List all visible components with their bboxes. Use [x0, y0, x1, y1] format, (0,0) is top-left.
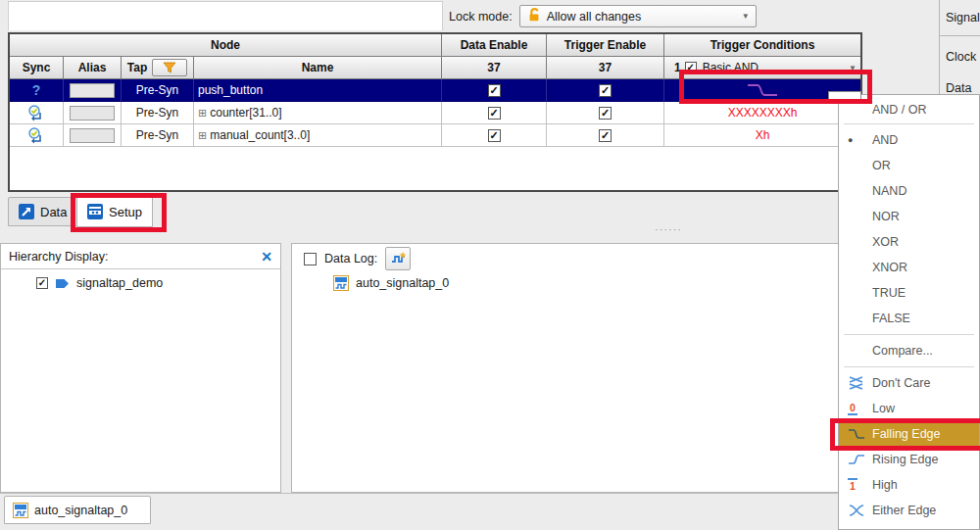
alias-cell[interactable]	[64, 102, 122, 124]
trigger-condition-cell[interactable]: Xh	[664, 124, 860, 147]
menu-item-false[interactable]: FALSE	[839, 306, 979, 331]
column-header-alias[interactable]: Alias	[64, 57, 122, 79]
data-log-checkbox[interactable]	[304, 253, 317, 265]
column-header-data-enable[interactable]: Data Enable	[442, 34, 547, 57]
sync-cell[interactable]: ?	[10, 79, 64, 102]
check-icon: ✓	[489, 130, 498, 141]
trigger-condition-value: XXXXXXXXh	[668, 106, 857, 120]
expand-icon[interactable]: ⊞	[198, 129, 207, 142]
column-header-sync[interactable]: Sync	[10, 57, 64, 79]
new-data-log-button[interactable]	[385, 247, 411, 270]
menu-item-compare[interactable]: Compare...	[839, 338, 979, 363]
instance-icon	[55, 278, 70, 289]
check-icon: ✓	[601, 85, 610, 96]
alias-cell[interactable]	[64, 124, 122, 147]
signaltap-window: Lock mode: Allow all changes ▼ Signal Co…	[0, 0, 980, 530]
column-header-trigger-conditions[interactable]: Trigger Conditions	[664, 34, 860, 57]
hierarchy-item-signaltap-demo[interactable]: ✓ signaltap_demo	[1, 269, 280, 290]
chevron-down-icon: ▼	[742, 12, 750, 21]
trigger-enable-cell[interactable]: ✓	[547, 102, 664, 124]
signaltap-instance-icon	[333, 275, 349, 291]
data-enable-checkbox[interactable]: ✓	[488, 84, 501, 97]
data-tab-icon	[19, 204, 34, 219]
sync-cell[interactable]	[10, 102, 64, 124]
menu-item-label: Rising Edge	[872, 453, 938, 466]
annotation-box-setup-tab	[71, 193, 167, 232]
data-enable-cell[interactable]: ✓	[442, 124, 547, 147]
column-header-tap[interactable]: Tap	[122, 57, 194, 79]
clock-label: Clock	[940, 46, 980, 68]
trigger-enable-checkbox[interactable]: ✓	[599, 129, 612, 142]
data-enable-checkbox[interactable]: ✓	[488, 129, 501, 142]
table-top-spacer	[8, 1, 443, 30]
tap-cell[interactable]: Pre-Syn	[122, 79, 194, 102]
menu-item-label: Don't Care	[872, 376, 930, 390]
menu-item-true[interactable]: TRUE	[839, 280, 979, 306]
tab-data[interactable]: Data	[8, 197, 77, 226]
menu-item-dont-care[interactable]: Don't Care	[839, 370, 979, 396]
sync-cell[interactable]	[10, 124, 64, 147]
instance-tab-bar: auto_signaltap_0	[0, 493, 980, 530]
close-icon[interactable]: ✕	[261, 249, 272, 265]
data-enable-cell[interactable]: ✓	[442, 79, 547, 102]
hierarchy-display-panel: Hierarchy Display: ✕ ✓ signaltap_demo	[0, 243, 281, 493]
menu-item-nand[interactable]: NAND	[839, 178, 979, 204]
hierarchy-display-header: Hierarchy Display: ✕	[1, 244, 280, 269]
tap-cell[interactable]: Pre-Syn	[122, 124, 194, 147]
name-cell[interactable]: push_button	[194, 79, 442, 102]
column-header-trigger-enable[interactable]: Trigger Enable	[547, 34, 664, 57]
menu-item-label: Low	[872, 402, 895, 415]
tap-header-label: Tap	[127, 61, 147, 74]
menu-item-label: High	[872, 478, 898, 492]
trigger-condition-cell[interactable]: XXXXXXXXh	[664, 102, 860, 124]
data-enable-checkbox[interactable]: ✓	[488, 107, 501, 120]
menu-item-either-edge[interactable]: Either Edge	[839, 498, 979, 523]
name-cell[interactable]: ⊞ manual_count[3..0]	[194, 124, 442, 147]
data-enable-count[interactable]: 37	[442, 57, 547, 79]
expand-icon[interactable]: ⊞	[198, 107, 207, 120]
menu-item-label: Either Edge	[872, 504, 936, 517]
check-icon: ✓	[489, 85, 498, 96]
column-header-name[interactable]: Name	[194, 57, 442, 79]
rising-edge-icon	[848, 453, 872, 466]
menu-item-nor[interactable]: NOR	[839, 204, 979, 229]
tab-auto-signaltap-0[interactable]: auto_signaltap_0	[4, 496, 151, 524]
menu-item-high[interactable]: 1 High	[839, 472, 979, 498]
menu-item-xor[interactable]: XOR	[839, 229, 979, 255]
alias-field[interactable]	[70, 106, 115, 120]
trigger-enable-count[interactable]: 37	[547, 57, 664, 79]
signal-setup-table: Node Data Enable Trigger Enable Trigger …	[8, 32, 862, 192]
check-icon: ✓	[38, 278, 46, 288]
splitter-handle[interactable]: ······	[655, 223, 682, 235]
name-cell[interactable]: ⊞ counter[31..0]	[194, 102, 442, 124]
add-log-icon	[390, 251, 407, 266]
data-log-panel: Data Log: auto_signaltap_0	[291, 243, 924, 493]
trigger-condition-value: Xh	[668, 128, 857, 142]
menu-separator	[844, 123, 974, 124]
alias-cell[interactable]	[64, 79, 122, 102]
filter-button[interactable]	[152, 59, 187, 76]
lock-mode-dropdown[interactable]: Allow all changes ▼	[519, 5, 757, 27]
menu-separator	[844, 366, 974, 367]
trigger-enable-checkbox[interactable]: ✓	[599, 107, 612, 120]
data-log-item[interactable]: auto_signaltap_0	[292, 273, 923, 291]
radio-selected-icon: ●	[848, 135, 872, 145]
lock-mode-label: Lock mode:	[449, 10, 513, 24]
alias-field[interactable]	[70, 128, 115, 143]
menu-item-xnor[interactable]: XNOR	[839, 255, 979, 280]
bottom-tab-label: auto_signaltap_0	[34, 504, 127, 517]
menu-item-or[interactable]: OR	[839, 153, 979, 178]
trigger-enable-cell[interactable]: ✓	[547, 124, 664, 147]
data-enable-cell[interactable]: ✓	[442, 102, 547, 124]
sync-status-icon	[27, 127, 45, 144]
hierarchy-item-checkbox[interactable]: ✓	[36, 277, 48, 289]
alias-field[interactable]	[70, 83, 115, 98]
tap-cell[interactable]: Pre-Syn	[122, 102, 194, 124]
column-header-node[interactable]: Node	[10, 34, 442, 57]
trigger-enable-checkbox[interactable]: ✓	[599, 84, 612, 97]
trigger-enable-cell[interactable]: ✓	[547, 79, 664, 102]
hierarchy-item-label: signaltap_demo	[76, 276, 163, 290]
menu-item-label: AND	[872, 133, 898, 147]
tab-data-label: Data	[40, 205, 67, 219]
menu-item-and[interactable]: ●AND	[839, 127, 979, 153]
